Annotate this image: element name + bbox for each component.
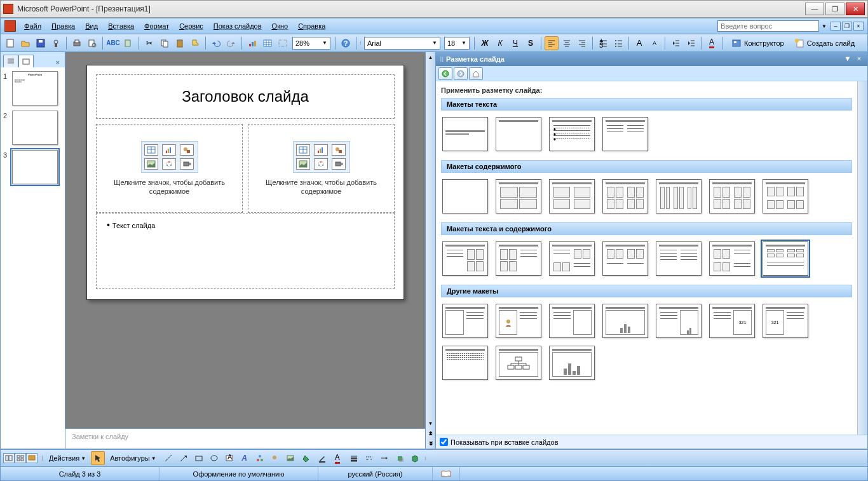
print-icon[interactable]: [70, 36, 84, 50]
new-slide-button[interactable]: Создать слайд: [790, 36, 859, 50]
menu-window[interactable]: Окно: [268, 21, 293, 31]
layout-item[interactable]: [549, 241, 595, 276]
grip-icon[interactable]: ⁞⁞: [440, 55, 444, 64]
layout-item[interactable]: [442, 346, 488, 380]
insert-chart-icon[interactable]: [314, 144, 328, 156]
content-placeholder-left[interactable]: Щелкните значок, чтобы добавить содержим…: [96, 124, 243, 213]
layout-item[interactable]: [496, 241, 541, 276]
slide-thumbnail[interactable]: [12, 111, 58, 145]
layout-item[interactable]: [656, 241, 702, 276]
font-name-combo[interactable]: Arial▼: [364, 37, 440, 50]
menu-format[interactable]: Формат: [140, 21, 173, 31]
layout-item[interactable]: [602, 304, 648, 338]
insert-clipart-icon[interactable]: [332, 144, 346, 156]
open-file-icon[interactable]: [18, 36, 32, 50]
help-dropdown-icon[interactable]: ▼: [822, 24, 827, 29]
prev-slide-icon[interactable]: ⯭: [426, 428, 435, 438]
layout-item[interactable]: [549, 179, 595, 213]
zoom-combo[interactable]: 28%▼: [292, 37, 330, 50]
layout-item[interactable]: [549, 117, 595, 151]
layout-item[interactable]: [442, 117, 488, 151]
layout-item[interactable]: [763, 179, 808, 213]
minimize-button[interactable]: —: [805, 3, 824, 15]
next-slide-icon[interactable]: ⯯: [426, 438, 435, 449]
insert-diagram-icon[interactable]: [314, 158, 328, 170]
layout-item[interactable]: [549, 346, 595, 380]
arrow-style-icon[interactable]: [377, 451, 391, 465]
maximize-button[interactable]: ❐: [825, 3, 844, 15]
menu-edit[interactable]: Правка: [47, 21, 79, 31]
menu-help[interactable]: Справка: [294, 21, 330, 31]
layout-item[interactable]: [496, 346, 541, 380]
help-icon[interactable]: ?: [339, 36, 353, 50]
nav-forward-icon[interactable]: [454, 67, 468, 80]
powerpoint-icon[interactable]: [4, 20, 16, 32]
slides-tab[interactable]: [18, 55, 34, 67]
underline-icon[interactable]: Ч: [508, 36, 522, 50]
insert-media-icon[interactable]: [332, 158, 346, 170]
increase-font-icon[interactable]: A: [632, 36, 646, 50]
insert-table-icon[interactable]: [144, 144, 158, 156]
align-right-icon[interactable]: [575, 36, 589, 50]
oval-icon[interactable]: [207, 451, 221, 465]
insert-table-icon[interactable]: [296, 144, 310, 156]
layout-item[interactable]: [656, 304, 702, 338]
bullet-list-icon[interactable]: [611, 36, 625, 50]
designer-button[interactable]: Конструктор: [727, 36, 789, 50]
text-placeholder[interactable]: • Текст слайда: [96, 213, 395, 289]
status-language[interactable]: русский (Россия): [318, 467, 433, 480]
increase-indent-icon[interactable]: [684, 36, 698, 50]
insert-picture-icon[interactable]: [296, 158, 310, 170]
italic-icon[interactable]: К: [493, 36, 507, 50]
new-file-icon[interactable]: [3, 36, 17, 50]
panel-close-icon[interactable]: ×: [53, 57, 62, 67]
layout-item[interactable]: [709, 179, 755, 213]
arrow-icon[interactable]: [177, 451, 191, 465]
layout-item[interactable]: [656, 179, 702, 213]
format-painter-icon[interactable]: [188, 36, 202, 50]
scroll-down-icon[interactable]: ▼: [426, 418, 435, 428]
align-left-icon[interactable]: [545, 36, 559, 50]
insert-clipart-icon[interactable]: [180, 144, 194, 156]
show-on-insert-checkbox[interactable]: [440, 438, 448, 446]
menu-slideshow[interactable]: Показ слайдов: [209, 21, 266, 31]
wordart-icon[interactable]: A: [238, 451, 252, 465]
content-placeholder-right[interactable]: Щелкните значок, чтобы добавить содержим…: [248, 124, 395, 213]
layout-item[interactable]: [763, 241, 808, 276]
menu-tools[interactable]: Сервис: [175, 21, 208, 31]
current-slide[interactable]: Заголовок слайда Щелкните значок, чтобы …: [86, 65, 404, 300]
actions-menu[interactable]: Действия ▼: [45, 453, 90, 463]
table-icon[interactable]: [261, 36, 275, 50]
notes-pane[interactable]: Заметки к слайду: [65, 428, 425, 449]
line-icon[interactable]: [161, 451, 175, 465]
normal-view-icon[interactable]: [3, 453, 15, 463]
nav-home-icon[interactable]: [469, 67, 483, 80]
copy-icon[interactable]: [158, 36, 172, 50]
clipart-icon[interactable]: [268, 451, 282, 465]
menu-insert[interactable]: Вставка: [104, 21, 139, 31]
undo-icon[interactable]: [209, 36, 223, 50]
layout-item[interactable]: [442, 179, 488, 213]
3d-style-icon[interactable]: [408, 451, 422, 465]
sorter-view-icon[interactable]: [15, 453, 26, 463]
research-icon[interactable]: [121, 36, 135, 50]
select-arrow-icon[interactable]: [91, 451, 105, 465]
mdi-close-button[interactable]: ×: [853, 22, 864, 30]
layout-item[interactable]: [602, 117, 648, 151]
bold-icon[interactable]: Ж: [478, 36, 492, 50]
help-search-input[interactable]: [717, 20, 819, 32]
outline-tab[interactable]: [3, 55, 18, 67]
taskpane-dropdown-icon[interactable]: ▼: [843, 55, 852, 64]
status-book-icon[interactable]: [433, 467, 460, 480]
redo-icon[interactable]: [224, 36, 238, 50]
permission-icon[interactable]: [49, 36, 63, 50]
insert-picture-icon[interactable]: [144, 158, 158, 170]
layout-item[interactable]: [496, 179, 541, 213]
print-preview-icon[interactable]: [85, 36, 99, 50]
numbered-list-icon[interactable]: 123: [596, 36, 610, 50]
layout-item[interactable]: [709, 241, 755, 276]
paste-icon[interactable]: [173, 36, 187, 50]
decrease-indent-icon[interactable]: [668, 36, 682, 50]
close-button[interactable]: ✕: [846, 3, 865, 15]
font-color-draw-icon[interactable]: A: [330, 451, 344, 465]
